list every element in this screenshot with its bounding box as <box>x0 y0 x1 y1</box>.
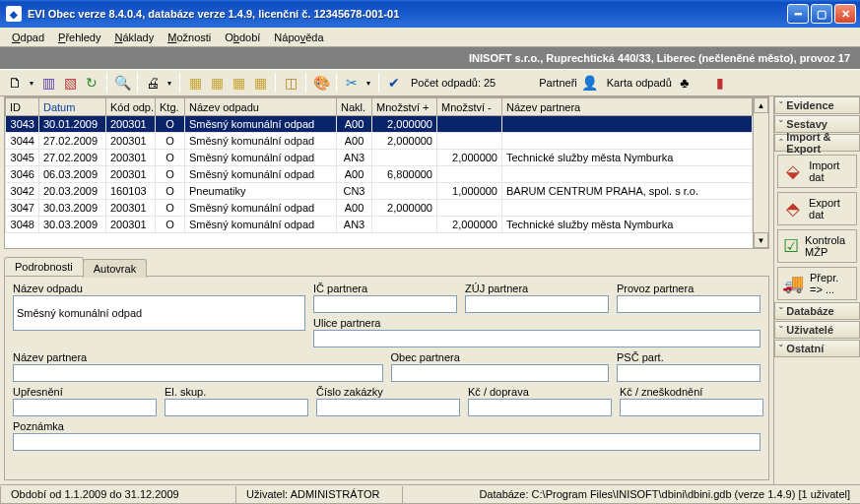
zakazka-label: Číslo zakázky <box>316 386 460 398</box>
menu-napoveda[interactable]: Nápověda <box>268 30 329 45</box>
table-row[interactable]: 304830.03.2009200301OSměsný komunální od… <box>6 217 753 233</box>
nazev-odpadu-field[interactable] <box>13 295 305 331</box>
ic-field[interactable] <box>313 295 457 313</box>
nazev-odpadu-label: Název odpadu <box>13 283 305 294</box>
psc-field[interactable] <box>617 364 761 382</box>
doprava-field[interactable] <box>468 399 612 416</box>
col-id[interactable]: ID <box>6 98 39 116</box>
import-icon: ⬙ <box>782 159 803 183</box>
maximize-button[interactable]: ▢ <box>811 4 832 24</box>
detail-panel: Název odpadu IČ partnera ZÚJ partnera Pr… <box>4 276 769 480</box>
elskup-label: El. skup. <box>165 386 308 398</box>
edit-icon[interactable]: ▥ <box>39 74 57 92</box>
dropdown-icon[interactable]: ▾ <box>28 74 35 92</box>
titlebar: ◆ EVI Obec verze 8.4.0.4, databáze verze… <box>0 0 860 28</box>
tool5-icon[interactable]: ◫ <box>282 74 299 92</box>
tab-podrobnosti[interactable]: Podrobnosti <box>4 257 84 276</box>
tool2-icon[interactable]: ▦ <box>208 74 226 92</box>
menu-obdobi[interactable]: Období <box>219 30 266 45</box>
kontrola-button[interactable]: ☑Kontrola MŽP <box>777 229 857 263</box>
chevron-down-icon: ˇ <box>779 344 782 354</box>
partneri-label: Partneři <box>539 77 577 89</box>
acc-databaze[interactable]: ˇDatabáze <box>774 302 860 320</box>
acc-import-export[interactable]: ˆImport & Export <box>774 134 860 152</box>
table-row[interactable]: 304730.03.2009200301OSměsný komunální od… <box>6 200 753 217</box>
delete-icon[interactable]: ▧ <box>61 74 79 92</box>
grid-scrollbar[interactable]: ▲ ▼ <box>753 97 768 248</box>
table-row[interactable]: 304527.02.2009200301OSměsný komunální od… <box>6 150 753 166</box>
col-nazev[interactable]: Název odpadu <box>185 98 337 116</box>
menubar: Odpad Přehledy Náklady Možnosti Období N… <box>0 28 860 47</box>
doprava-label: Kč / doprava <box>468 386 612 398</box>
menu-moznosti[interactable]: Možnosti <box>162 30 217 45</box>
tool1-icon[interactable]: ▦ <box>186 74 204 92</box>
export-dat-button[interactable]: ⬘Export dat <box>777 192 857 225</box>
karta-icon[interactable]: ♣ <box>676 74 694 92</box>
table-row[interactable]: 304427.02.2009200301OSměsný komunální od… <box>6 133 753 150</box>
detail-tabs: Podrobnosti Autovrak <box>4 257 769 276</box>
tool3-icon[interactable]: ▦ <box>230 74 247 92</box>
menu-naklady[interactable]: Náklady <box>108 30 160 45</box>
nazev-partnera-field[interactable] <box>13 364 383 382</box>
col-mnozminus[interactable]: Množství - <box>437 98 502 116</box>
tab-autovrak[interactable]: Autovrak <box>83 259 147 278</box>
col-kod[interactable]: Kód odp. <box>106 98 156 116</box>
scroll-down-icon[interactable]: ▼ <box>754 232 768 248</box>
data-grid[interactable]: ID Datum Kód odp. Ktg. Název odpadu Nakl… <box>4 96 769 249</box>
provoz-field[interactable] <box>617 295 761 313</box>
table-row[interactable]: 304220.03.2009160103OPneumatikyCN31,0000… <box>6 183 753 200</box>
upresneni-field[interactable] <box>13 399 157 416</box>
print-icon[interactable]: 🖨 <box>144 74 162 92</box>
truck-icon: 🚚 <box>782 272 804 295</box>
scissors-icon[interactable]: ✂ <box>343 74 361 92</box>
obec-label: Obec partnera <box>391 351 610 363</box>
psc-label: PSČ part. <box>617 351 761 363</box>
new-icon[interactable]: 🗋 <box>6 74 24 92</box>
znesk-label: Kč / zneškodnění <box>620 386 763 398</box>
import-dat-button[interactable]: ⬙Import dat <box>777 155 857 188</box>
print-dropdown-icon[interactable]: ▾ <box>165 74 173 92</box>
side-panel: ˇEvidence ˇSestavy ˆImport & Export ⬙Imp… <box>774 96 860 484</box>
col-datum[interactable]: Datum <box>39 98 106 116</box>
check-icon[interactable]: ✔ <box>385 74 403 92</box>
device-icon[interactable]: ▮ <box>711 74 729 92</box>
prepr-button[interactable]: 🚚Přepr. => ... <box>777 267 857 300</box>
zuj-field[interactable] <box>465 295 609 313</box>
nazev-partnera-label: Název partnera <box>13 351 383 363</box>
acc-evidence[interactable]: ˇEvidence <box>774 96 860 114</box>
zakazka-field[interactable] <box>316 399 460 416</box>
col-ktg[interactable]: Ktg. <box>156 98 185 116</box>
grid-header-row: ID Datum Kód odp. Ktg. Název odpadu Nakl… <box>6 98 753 116</box>
chevron-down-icon: ˇ <box>779 100 782 111</box>
poznamka-field[interactable] <box>13 433 761 451</box>
col-nakl[interactable]: Nakl. <box>337 98 372 116</box>
scissors-dropdown-icon[interactable]: ▾ <box>364 74 372 92</box>
minimize-button[interactable]: ━ <box>787 4 809 24</box>
pocet-label: Počet odpadů: 25 <box>411 77 496 89</box>
acc-uzivatele[interactable]: ˇUživatelé <box>774 321 860 339</box>
menu-odpad[interactable]: Odpad <box>6 30 50 45</box>
table-row[interactable]: 304330.01.2009200301OSměsný komunální od… <box>6 116 753 133</box>
partneri-icon[interactable]: 👤 <box>581 74 599 92</box>
acc-ostatni[interactable]: ˇOstatní <box>774 340 860 357</box>
znesk-field[interactable] <box>620 399 763 416</box>
search-icon[interactable]: 🔍 <box>113 74 131 92</box>
col-partner[interactable]: Název partnera <box>502 98 753 116</box>
scroll-up-icon[interactable]: ▲ <box>754 97 768 113</box>
toolbar: 🗋 ▾ ▥ ▧ ↻ 🔍 🖨 ▾ ▦ ▦ ▦ ▦ ◫ 🎨 ✂ ▾ ✔ Počet … <box>0 69 860 96</box>
karta-label: Karta odpadů <box>607 77 672 89</box>
app-icon: ◆ <box>6 6 22 22</box>
chevron-up-icon: ˆ <box>779 138 782 149</box>
col-mnozplus[interactable]: Množství + <box>372 98 437 116</box>
obec-field[interactable] <box>391 364 610 382</box>
elskup-field[interactable] <box>165 399 308 416</box>
provoz-label: Provoz partnera <box>617 283 761 294</box>
tool4-icon[interactable]: ▦ <box>251 74 269 92</box>
refresh-icon[interactable]: ↻ <box>83 74 100 92</box>
table-row[interactable]: 304606.03.2009200301OSměsný komunální od… <box>6 166 753 183</box>
palette-icon[interactable]: 🎨 <box>312 74 330 92</box>
close-button[interactable]: ✕ <box>834 4 856 24</box>
menu-prehledy[interactable]: Přehledy <box>52 30 106 45</box>
ulice-field[interactable] <box>313 330 761 347</box>
org-banner: INISOFT s.r.o., Ruprechtická 440/33, Lib… <box>0 47 860 69</box>
